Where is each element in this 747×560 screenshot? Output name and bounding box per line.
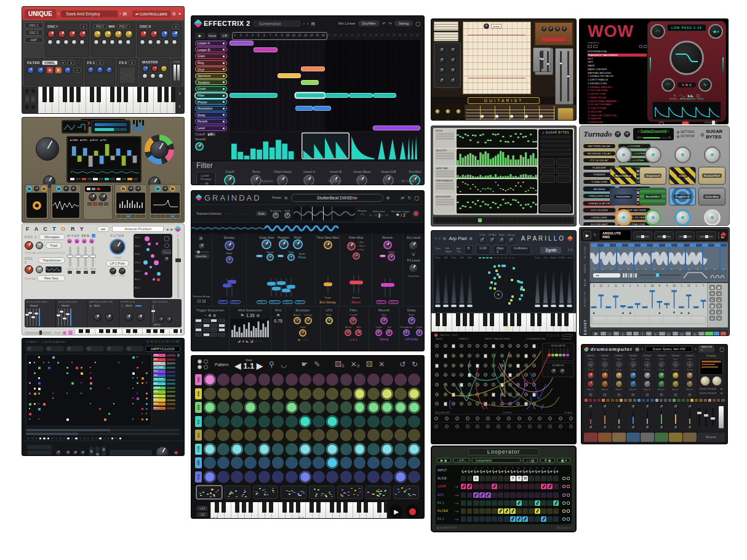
pattern-thumbnail[interactable] (281, 486, 306, 499)
tone-slider[interactable] (547, 51, 549, 72)
drum-pad[interactable] (598, 433, 612, 442)
mix-mode[interactable]: Mix Linear ▾ (557, 526, 570, 529)
mix-small-knob[interactable] (102, 39, 107, 45)
pattern-cell[interactable] (272, 471, 284, 483)
effect-cell[interactable] (553, 516, 558, 522)
step-button[interactable]: 13 (679, 332, 684, 337)
lfo-mode[interactable]: Normal (29, 305, 39, 307)
sequence-dot[interactable] (38, 403, 39, 404)
mod-fader[interactable] (36, 308, 37, 326)
trigger-pad[interactable] (218, 333, 225, 337)
filter-param-knob[interactable] (383, 175, 394, 185)
pitch-knob[interactable] (293, 239, 303, 249)
slice-cell[interactable] (498, 476, 503, 481)
osc2-small-knob[interactable] (140, 39, 145, 45)
track-step-grid[interactable] (230, 53, 420, 60)
pill-slider[interactable] (95, 446, 100, 457)
track-label-filter[interactable]: Filter (195, 93, 227, 98)
strip-jack[interactable] (476, 425, 479, 428)
step-button[interactable]: 16 (698, 332, 704, 337)
step-cell[interactable] (624, 399, 627, 402)
filter-param-knob[interactable] (277, 175, 288, 185)
synth-slider[interactable]: Ratio (450, 255, 458, 312)
sequence-dot[interactable] (108, 413, 110, 415)
pattern-cell[interactable] (340, 401, 353, 414)
strip-jack[interactable] (548, 417, 552, 420)
osc2-small-knob[interactable] (172, 39, 177, 45)
pan-knob[interactable] (687, 404, 692, 409)
pattern-cell[interactable] (217, 429, 230, 441)
sequence-dot[interactable] (118, 362, 119, 363)
step-cell[interactable] (597, 399, 601, 402)
timeline-tick[interactable] (568, 218, 572, 222)
channel-step-strip[interactable] (581, 398, 727, 403)
bars-setting[interactable]: 16 BARS ▾ (26, 340, 38, 343)
trigger-pad[interactable] (203, 333, 210, 337)
preset-list-item[interactable]: 14 RIDELINE (588, 121, 647, 124)
effect-cell[interactable] (522, 508, 527, 514)
timeline-ruler[interactable]: 1234567891011121314151617181920212223242… (232, 32, 420, 39)
parameter-row[interactable]: FX 1 (153, 398, 175, 401)
color-knob[interactable] (375, 329, 382, 336)
setting-row[interactable] (540, 140, 571, 143)
tuner-knob[interactable] (435, 119, 440, 121)
octave-down-icon[interactable]: ‹ (179, 103, 181, 110)
track-step-grid[interactable] (230, 66, 420, 73)
pattern-block[interactable] (278, 73, 302, 78)
step-button[interactable]: 2 (607, 332, 612, 337)
effect-cell[interactable] (461, 500, 466, 506)
slice-direction[interactable] (663, 310, 671, 316)
pattern-cell[interactable] (313, 471, 325, 483)
track-step-grid[interactable] (230, 112, 420, 119)
strip-jack[interactable] (486, 417, 490, 420)
pencil-tool-icon[interactable]: ✎ (314, 360, 321, 369)
grain-slider[interactable] (276, 278, 277, 297)
pattern-thumbnail[interactable] (309, 486, 335, 499)
slice-direction[interactable] (700, 310, 707, 316)
effect-cell[interactable] (479, 500, 484, 506)
lane-display[interactable] (457, 195, 537, 214)
pattern-cell[interactable] (204, 471, 216, 483)
slice-direction[interactable]: ▲ (656, 310, 663, 316)
effect-cell[interactable] (479, 484, 484, 489)
timeline-tick[interactable] (436, 218, 439, 222)
effect-cell[interactable] (541, 508, 546, 514)
row-icons[interactable] (560, 510, 570, 513)
step-cell[interactable] (682, 399, 685, 402)
tuner-knob[interactable] (445, 109, 450, 114)
effect-cell[interactable]: ▞ (553, 500, 558, 506)
mixer-strip[interactable] (669, 403, 682, 431)
toggle-switch[interactable] (492, 344, 495, 348)
step-cell[interactable] (660, 399, 663, 402)
slice-direction[interactable] (641, 310, 649, 316)
patch-jack[interactable] (492, 354, 495, 358)
patch-jack[interactable] (508, 364, 512, 367)
pattern-cell[interactable] (258, 415, 271, 428)
pattern-block[interactable] (230, 41, 254, 46)
volume-fader[interactable] (675, 410, 677, 424)
preset-display[interactable]: Arp Pad (449, 236, 467, 241)
effect-cell[interactable] (504, 516, 509, 522)
toggle-switch[interactable] (500, 383, 504, 387)
module-knob[interactable] (71, 186, 76, 191)
parameter-row[interactable]: LFO (153, 394, 175, 398)
timeline-tick[interactable] (449, 218, 452, 222)
row-tag-bss[interactable]: BSS (195, 402, 202, 413)
patch-jack[interactable] (435, 402, 439, 406)
pattern-thumbnail[interactable] (196, 486, 222, 499)
sequence-dot[interactable] (57, 362, 59, 364)
step-cell[interactable] (646, 399, 649, 402)
blue-button[interactable] (714, 332, 719, 337)
sequence-dot[interactable] (66, 418, 69, 421)
controllers-button[interactable]: ⇄ CONTROLLERS (132, 10, 170, 17)
patch-jack[interactable] (468, 393, 471, 396)
trigger-pad[interactable] (203, 319, 210, 322)
patch-jack[interactable] (468, 354, 471, 358)
patch-jack[interactable] (484, 344, 487, 348)
sequence-dot[interactable] (113, 403, 114, 404)
osc2-small-knob[interactable] (164, 39, 169, 45)
pan-knob[interactable] (673, 404, 678, 409)
slice-cell[interactable] (541, 476, 546, 481)
pattern-block[interactable] (295, 106, 313, 111)
time-sync-slider[interactable] (704, 122, 717, 124)
